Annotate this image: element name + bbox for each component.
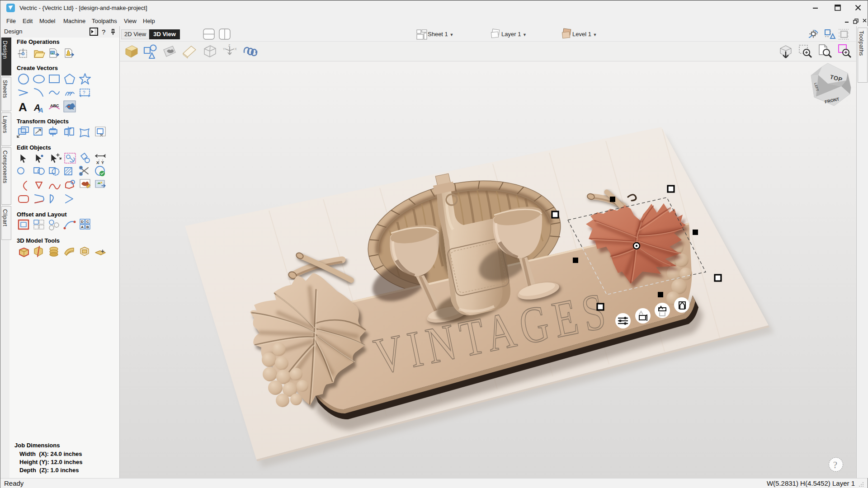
svg-text:?: ?: [833, 460, 837, 470]
svg-text:X: X: [96, 160, 99, 165]
svg-text:A: A: [81, 225, 84, 229]
svg-text:Z: Z: [228, 44, 231, 47]
svg-text:B: B: [86, 225, 89, 229]
svg-text:C: C: [86, 220, 89, 224]
svg-text:?: ?: [102, 28, 105, 36]
svg-text:ABC: ABC: [50, 103, 59, 108]
svg-text:D: D: [81, 220, 84, 224]
svg-text:A: A: [38, 106, 43, 114]
svg-text:A: A: [19, 100, 27, 114]
svg-text:?: ?: [83, 90, 85, 95]
svg-text:X: X: [235, 47, 237, 51]
svg-text:Y: Y: [223, 47, 225, 51]
